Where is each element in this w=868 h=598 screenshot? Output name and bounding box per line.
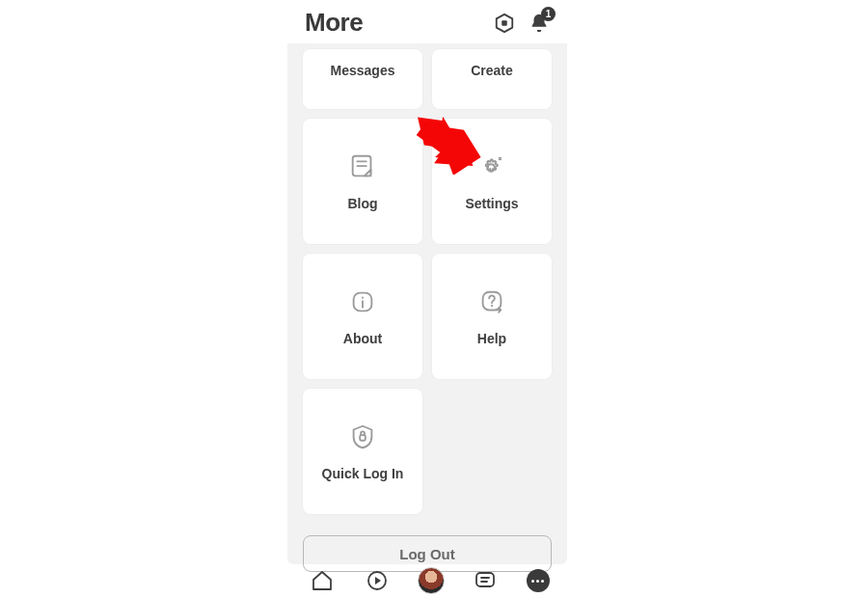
help-icon <box>476 286 507 317</box>
tile-blog[interactable]: Blog <box>303 119 422 244</box>
blog-icon <box>347 151 378 182</box>
svg-marker-16 <box>375 577 381 584</box>
nav-chat[interactable] <box>472 567 499 594</box>
svg-rect-17 <box>476 573 494 586</box>
tile-label: Settings <box>465 196 518 211</box>
info-icon <box>347 286 378 317</box>
tile-settings[interactable]: Settings <box>432 119 552 244</box>
shield-lock-icon <box>347 421 378 452</box>
header-actions: 1 <box>494 13 550 34</box>
page-title: More <box>305 8 363 38</box>
tile-about[interactable]: About <box>303 254 422 379</box>
tile-help[interactable]: Help <box>432 254 552 379</box>
tile-label: Blog <box>347 196 377 211</box>
nav-home[interactable] <box>309 567 336 594</box>
svg-rect-1 <box>502 20 507 26</box>
tile-quick-log-in[interactable]: Quick Log In <box>303 389 422 514</box>
tile-label: Help <box>477 331 506 346</box>
header: More 1 <box>287 0 567 43</box>
tile-label: About <box>343 331 382 346</box>
tile-grid: Messages Create Blog <box>303 49 552 514</box>
tile-label: Quick Log In <box>322 466 404 481</box>
nav-more[interactable] <box>527 569 550 592</box>
stage: More 1 Messages <box>0 0 868 598</box>
tile-messages[interactable]: Messages <box>303 49 422 109</box>
tile-label: Create <box>471 63 513 78</box>
gear-icon <box>476 151 507 182</box>
robux-icon[interactable] <box>494 13 515 34</box>
notification-count-badge: 1 <box>541 7 556 21</box>
nav-play[interactable] <box>364 567 391 594</box>
notifications-button[interactable]: 1 <box>529 13 550 34</box>
more-screen: More 1 Messages <box>287 0 567 564</box>
tile-create[interactable]: Create <box>432 49 552 109</box>
tile-grid-container: Messages Create Blog <box>287 43 567 526</box>
nav-avatar[interactable] <box>418 567 445 594</box>
bottom-nav <box>289 564 569 597</box>
tile-label: Messages <box>331 63 395 78</box>
